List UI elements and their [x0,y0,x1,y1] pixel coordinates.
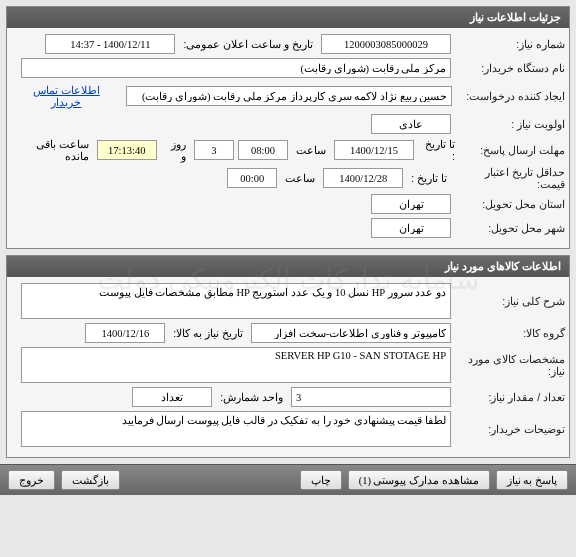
print-button[interactable]: چاپ [300,470,342,490]
group-input[interactable] [251,323,451,343]
buyer-notes-textarea[interactable] [21,411,451,447]
group-label: گروه کالا: [455,327,565,339]
validity-label: حداقل تاریخ اعتبار قیمت: [455,166,565,190]
priority-label: اولویت نیاز : [455,118,565,130]
contact-buyer-button[interactable]: اطلاعات تماس خریدار [11,82,122,110]
deadline-time-input[interactable] [238,140,288,160]
need-date-label: تاریخ نیاز به کالا: [169,327,247,339]
to-date-label-1: تا تاریخ : [418,138,459,162]
deadline-date-input[interactable] [334,140,414,160]
spec-textarea[interactable] [21,347,451,383]
back-button[interactable]: بازگشت [61,470,120,490]
buyer-org-input[interactable] [21,58,451,78]
deadline-label: مهلت ارسال پاسخ: [463,144,565,156]
time-label-1: ساعت [292,144,330,156]
unit-label: واحد شمارش: [216,391,287,403]
goods-info-panel: اطلاعات کالاهای مورد نیاز شرح کلی نیاز: … [6,255,570,458]
announce-input[interactable] [45,34,175,54]
qty-input[interactable] [291,387,451,407]
spec-label: مشخصات کالای مورد نیاز: [455,353,565,377]
days-count-input[interactable] [194,140,234,160]
buyer-notes-label: توضیحات خریدار: [455,423,565,435]
unit-input[interactable] [132,387,212,407]
remaining-label: ساعت باقی مانده [11,138,93,162]
panel1-title: جزئیات اطلاعات نیاز [7,7,569,28]
province-label: استان محل تحویل: [455,198,565,210]
remaining-time-input[interactable] [97,140,157,160]
priority-input[interactable] [371,114,451,134]
creator-input[interactable] [126,86,452,106]
qty-label: تعداد / مقدار نیاز: [455,391,565,403]
need-number-input[interactable] [321,34,451,54]
announce-label: تاریخ و ساعت اعلان عمومی: [179,38,317,50]
need-details-panel: جزئیات اطلاعات نیاز شماره نیاز: تاریخ و … [6,6,570,249]
desc-textarea[interactable] [21,283,451,319]
need-number-label: شماره نیاز: [455,38,565,50]
validity-time-input[interactable] [227,168,277,188]
panel2-title: اطلاعات کالاهای مورد نیاز [7,256,569,277]
creator-label: ایجاد کننده درخواست: [456,90,565,102]
need-date-input[interactable] [85,323,165,343]
to-date-label-2: تا تاریخ : [407,172,451,184]
city-input[interactable] [371,218,451,238]
footer-toolbar: پاسخ به نیاز مشاهده مدارک پیوستی (1) چاپ… [0,464,576,495]
city-label: شهر محل تحویل: [455,222,565,234]
validity-date-input[interactable] [323,168,403,188]
exit-button[interactable]: خروج [8,470,55,490]
buyer-org-label: نام دستگاه خریدار: [455,62,565,74]
desc-label: شرح کلی نیاز: [455,295,565,307]
province-input[interactable] [371,194,451,214]
days-and-label: روز و [161,138,190,162]
attachments-button[interactable]: مشاهده مدارک پیوستی (1) [348,470,490,490]
time-label-2: ساعت [281,172,319,184]
reply-button[interactable]: پاسخ به نیاز [496,470,568,490]
